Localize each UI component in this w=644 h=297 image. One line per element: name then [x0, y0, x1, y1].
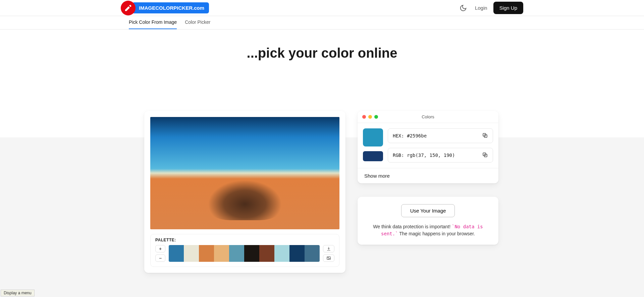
context-menu-hint: Display a menu [1, 290, 35, 296]
download-icon [326, 246, 331, 251]
page-title: ...pick your color online [0, 46, 644, 61]
hero: ...pick your color online [0, 29, 644, 61]
moon-icon [460, 4, 467, 12]
palette-image-button[interactable] [323, 254, 334, 262]
image-card: PALETTE: + − [144, 111, 345, 273]
brand-name: IMAGECOLORPICKER.com [132, 2, 209, 13]
traffic-green-icon [374, 115, 378, 119]
svg-point-1 [328, 257, 328, 258]
hex-row: HEX: #2596be [388, 128, 493, 143]
eyedropper-logo-icon [121, 1, 136, 15]
palette-swatch[interactable] [259, 245, 274, 262]
palette-label: PALETTE: [155, 238, 334, 242]
traffic-red-icon [362, 115, 366, 119]
rgb-row: RGB: rgb(37, 150, 190) [388, 148, 493, 163]
nav-tabs: Pick Color From Image Color Picker [0, 16, 644, 29]
palette-swatch[interactable] [184, 245, 199, 262]
palette-download-button[interactable] [323, 245, 334, 252]
rgb-value: RGB: rgb(37, 150, 190) [393, 153, 455, 158]
brand[interactable]: IMAGECOLORPICKER.com [121, 1, 209, 15]
copy-hex-button[interactable] [481, 131, 489, 141]
sample-image[interactable] [150, 117, 339, 229]
palette-swatch[interactable] [169, 245, 184, 262]
dark-mode-toggle[interactable] [458, 2, 469, 14]
top-bar: IMAGECOLORPICKER.com Login Sign Up [0, 0, 644, 16]
login-link[interactable]: Login [475, 5, 487, 11]
copy-icon [482, 152, 488, 158]
palette-remove-button[interactable]: − [155, 254, 165, 262]
copy-icon [482, 132, 488, 138]
secondary-color-swatch[interactable] [363, 151, 383, 161]
traffic-lights [362, 115, 378, 119]
palette-swatch[interactable] [214, 245, 229, 262]
colors-card: Colors HEX: #2596be RGB: rgb(37, 150, 1 [358, 111, 498, 183]
palette-swatch[interactable] [289, 245, 305, 262]
image-icon [326, 256, 331, 260]
privacy-text: We think data protection is important! `… [366, 223, 490, 237]
window-titlebar: Colors [358, 111, 498, 123]
palette-swatches [169, 245, 320, 262]
upload-card: Use Your Image We think data protection … [358, 197, 498, 245]
colors-title: Colors [422, 114, 434, 119]
tab-pick-from-image[interactable]: Pick Color From Image [129, 16, 177, 29]
palette-swatch[interactable] [199, 245, 214, 262]
palette-swatch[interactable] [274, 245, 289, 262]
copy-rgb-button[interactable] [481, 151, 489, 160]
use-your-image-button[interactable]: Use Your Image [401, 204, 455, 217]
signup-button[interactable]: Sign Up [493, 2, 523, 14]
primary-color-swatch[interactable] [363, 128, 383, 146]
palette-section: PALETTE: + − [150, 234, 339, 267]
palette-swatch[interactable] [229, 245, 244, 262]
show-more-button[interactable]: Show more [358, 168, 498, 183]
palette-add-button[interactable]: + [155, 245, 165, 252]
tab-color-picker[interactable]: Color Picker [185, 16, 210, 29]
hex-value: HEX: #2596be [393, 133, 427, 138]
palette-swatch[interactable] [244, 245, 259, 262]
traffic-yellow-icon [368, 115, 372, 119]
palette-swatch[interactable] [305, 245, 320, 262]
